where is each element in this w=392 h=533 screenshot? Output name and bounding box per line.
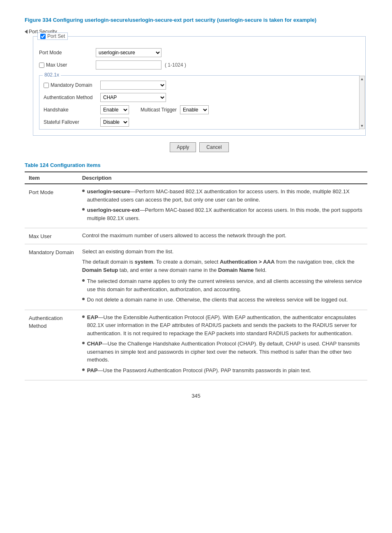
table-row: Max User Control the maximum number of u… [25, 228, 367, 244]
mandatory-domain-row: Mandatory Domain [44, 81, 355, 90]
bullet-icon [82, 342, 85, 344]
port-mode-label: Port Mode [39, 50, 92, 56]
stateful-fallover-row: Stateful Fallover Disable Enable [44, 118, 355, 127]
dot1x-content: Mandatory Domain Authentication Method C… [44, 78, 355, 127]
scroll-up-arrow[interactable]: ▲ [360, 76, 365, 82]
table-row: Mandatory Domain Select an existing doma… [25, 244, 367, 310]
scrollbar[interactable]: ▲ ▼ [359, 76, 365, 129]
stateful-fallover-select[interactable]: Disable Enable [100, 118, 129, 127]
handshake-label: Handshake [44, 107, 97, 113]
max-user-row: Max User ( 1-1024 ) [39, 60, 360, 70]
page-number: 345 [25, 393, 367, 399]
auth-method-row: Authentication Method CHAP EAP PAP [44, 93, 355, 102]
multicast-trigger-select[interactable]: Enable Disable [180, 105, 209, 114]
buttons-row: Apply Cancel [33, 142, 366, 152]
bullet-icon [82, 368, 85, 371]
mandatory-domain-checkbox-label: Mandatory Domain [44, 82, 97, 88]
table-row: AuthenticationMethod EAP—Use the Extensi… [25, 310, 367, 380]
apply-button[interactable]: Apply [170, 142, 196, 152]
bullet-icon [82, 315, 85, 318]
mandatory-domain-desc: Select an existing domain from the list.… [78, 244, 367, 310]
max-user-checkbox-label: Max User [39, 62, 92, 68]
max-user-item: Max User [25, 228, 78, 244]
table-header-row: Item Description [25, 172, 367, 184]
multicast-trigger-label: Multicast Trigger [141, 107, 177, 113]
auth-method-label: Authentication Method [44, 95, 97, 100]
mandatory-domain-item: Mandatory Domain [25, 244, 78, 310]
collapse-icon[interactable] [25, 30, 28, 34]
col-item-header: Item [25, 172, 78, 184]
port-security-label: Port Security [25, 29, 367, 35]
table-row: Port Mode userlogin-secure—Perform MAC-b… [25, 184, 367, 228]
cancel-button[interactable]: Cancel [199, 142, 228, 152]
port-mode-item: Port Mode [25, 184, 78, 228]
bullet-icon [82, 190, 85, 192]
figure-title: Figure 334 Configuring userlogin-secure/… [25, 16, 362, 24]
stateful-fallover-label: Stateful Fallover [44, 119, 97, 125]
dot1x-legend: 802.1x [43, 72, 61, 78]
handshake-multicast-row: Handshake Enable Disable Multicast Trigg… [44, 105, 355, 114]
max-user-checkbox[interactable] [39, 63, 44, 68]
handshake-select[interactable]: Enable Disable [100, 105, 129, 114]
port-set-checkbox[interactable] [40, 34, 46, 39]
col-desc-header: Description [78, 172, 367, 184]
bullet-icon [82, 279, 85, 282]
max-user-input[interactable] [96, 60, 161, 70]
max-user-hint: ( 1-1024 ) [165, 62, 186, 68]
auth-method-desc: EAP—Use the Extensible Authentication Pr… [78, 310, 367, 380]
port-security-section: Port Security Port Set Port Mode userlog… [25, 29, 367, 136]
scroll-down-arrow[interactable]: ▼ [360, 123, 365, 129]
mandatory-domain-checkbox[interactable] [44, 83, 49, 88]
port-set-box: Port Set Port Mode userlogin-secure user… [33, 36, 366, 136]
bullet-icon [82, 208, 85, 211]
auth-method-item: AuthenticationMethod [25, 310, 78, 380]
port-mode-desc: userlogin-secure—Perform MAC-based 802.1… [78, 184, 367, 228]
dot1x-box: 802.1x Mandatory Domain Authentication M… [39, 75, 360, 130]
port-mode-select[interactable]: userlogin-secure userlogin-secure-ext [96, 48, 161, 57]
config-table: Item Description Port Mode userlogin-sec… [25, 171, 367, 380]
max-user-desc: Control the maximum number of users allo… [78, 228, 367, 244]
mandatory-domain-select[interactable] [100, 81, 166, 90]
port-set-legend: Port Set [37, 32, 68, 40]
port-mode-row: Port Mode userlogin-secure userlogin-sec… [39, 48, 360, 57]
auth-method-select[interactable]: CHAP EAP PAP [100, 93, 166, 102]
table-title: Table 124 Configuration items [25, 162, 367, 168]
bullet-icon [82, 298, 85, 300]
